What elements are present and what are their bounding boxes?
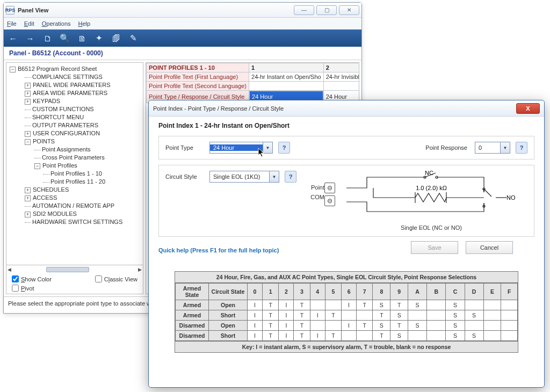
collapse-icon[interactable]: −: [10, 67, 16, 72]
tree-item[interactable]: Point Profiles 1 - 10: [8, 170, 142, 178]
grid-row-header[interactable]: Point Profile Text (First Language): [147, 72, 249, 82]
dialog-titlebar: Point Index - Point Type / Response / Ci…: [149, 100, 544, 117]
tree-item[interactable]: AUTOMATION / REMOTE APP: [8, 202, 142, 210]
tree-item[interactable]: +SDI2 MODULES: [8, 210, 142, 218]
tree-item[interactable]: −POINTS: [8, 137, 142, 146]
point-type-label: Point Type: [165, 144, 204, 151]
cancel-button[interactable]: Cancel: [466, 241, 513, 254]
chevron-down-icon: ▼: [269, 171, 279, 182]
point-type-select[interactable]: 24 Hour ▼: [209, 142, 273, 154]
expand-icon[interactable]: +: [25, 99, 31, 105]
minimize-button[interactable]: —: [294, 5, 314, 15]
response-table-caption: 24 Hour, Fire, Gas, and AUX AC Point Typ…: [175, 272, 518, 283]
menu-edit[interactable]: Edit: [24, 20, 34, 27]
collapse-icon[interactable]: −: [34, 163, 40, 169]
menubar: File Edit Operations Help: [4, 18, 361, 30]
point-index-dialog: Point Index - Point Type / Response / Ci…: [148, 100, 545, 388]
pivot-checkbox[interactable]: Pivot: [12, 285, 34, 292]
back-icon[interactable]: ←: [7, 32, 19, 44]
show-color-checkbox[interactable]: Show Color: [12, 275, 52, 282]
quick-help-link[interactable]: Quick help (Press F1 for the full help t…: [158, 247, 279, 253]
expand-icon[interactable]: +: [25, 131, 31, 137]
svg-text:NC: NC: [425, 171, 433, 176]
grid-cell[interactable]: 24-hr Invisible/Si: [323, 72, 359, 82]
expand-icon[interactable]: +: [25, 212, 31, 217]
toolbar: ← → 🗋 🔍 🗎 ✦ 🗐 ✎: [4, 30, 361, 47]
close-button[interactable]: ✕: [339, 5, 359, 15]
tree-item[interactable]: +KEYPADS: [8, 97, 142, 105]
diagram-caption: Single EOL (NC or NO): [335, 224, 527, 231]
chevron-down-icon: ▼: [263, 142, 272, 153]
expand-icon[interactable]: +: [25, 83, 31, 89]
point-profiles-grid[interactable]: POINT PROFILES 1 - 1012Point Profile Tex…: [146, 63, 359, 103]
tree-item[interactable]: Point Assignments: [8, 146, 142, 154]
chevron-down-icon: ▼: [500, 142, 510, 153]
expand-icon[interactable]: +: [25, 91, 31, 97]
tree-item[interactable]: COMPLIANCE SETTINGS: [8, 73, 142, 81]
window-title: Panel View: [18, 7, 48, 13]
tree-item[interactable]: CUSTOM FUNCTIONS: [8, 105, 142, 113]
report-icon[interactable]: 🗐: [110, 32, 122, 44]
svg-text:NO: NO: [506, 194, 516, 201]
tree-item[interactable]: −Point Profiles: [8, 162, 142, 170]
point-type-response-group: Point Type 24 Hour ▼ ? Point Response 0 …: [158, 136, 534, 159]
grid-column-header[interactable]: POINT PROFILES 1 - 10: [147, 63, 249, 72]
grid-cell[interactable]: [249, 82, 324, 91]
classic-view-checkbox[interactable]: Classic View: [95, 275, 138, 282]
tree-item[interactable]: OUTPUT PARAMETERS: [8, 121, 142, 129]
tree-item[interactable]: Cross Point Parameters: [8, 154, 142, 162]
grid-cell[interactable]: [323, 82, 359, 91]
tree-item[interactable]: SHORTCUT MENU: [8, 113, 142, 121]
app-icon: RPS: [6, 6, 15, 14]
grid-column-header[interactable]: 2: [323, 63, 359, 72]
nav-tree[interactable]: −B6512 Program Record SheetCOMPLIANCE SE…: [6, 63, 143, 265]
point-response-select[interactable]: 0 ▼: [475, 142, 510, 154]
circuit-style-group: Circuit Style Single EOL (1KΩ) ▼ ? Point…: [158, 165, 534, 237]
help-icon[interactable]: ?: [285, 171, 296, 183]
circuit-style-select[interactable]: Single EOL (1KΩ) ▼: [209, 171, 279, 183]
tree-item[interactable]: +PANEL WIDE PARAMETERS: [8, 81, 142, 89]
expand-icon[interactable]: +: [25, 187, 31, 193]
terminal-com-label: COM: [304, 194, 324, 200]
titlebar: RPS Panel View — ▢ ✕: [4, 3, 361, 18]
expand-icon[interactable]: +: [25, 195, 31, 201]
terminal-point-label: Point: [304, 184, 324, 191]
forward-icon[interactable]: →: [24, 32, 36, 44]
search-icon[interactable]: 🔍: [59, 32, 70, 44]
maximize-button[interactable]: ▢: [316, 5, 337, 15]
tree-item[interactable]: +SCHEDULES: [8, 186, 142, 194]
grid-row-header[interactable]: Point Profile Text (Second Language): [147, 82, 249, 91]
save-button[interactable]: Save: [411, 241, 458, 254]
preview-icon[interactable]: 🗋: [41, 32, 53, 44]
nav-tree-pane: −B6512 Program Record SheetCOMPLIANCE SE…: [6, 62, 143, 294]
tree-item[interactable]: Point Profiles 11 - 20: [8, 178, 142, 186]
edit-icon[interactable]: ✎: [127, 32, 139, 44]
menu-file[interactable]: File: [7, 20, 17, 27]
tree-item[interactable]: +AREA WIDE PARAMETERS: [8, 89, 142, 97]
dialog-close-button[interactable]: X: [516, 103, 540, 114]
tree-item[interactable]: +ACCESS: [8, 194, 142, 202]
lock-page-icon[interactable]: 🗎: [76, 32, 88, 44]
terminal-com-icon: ⊖: [324, 195, 335, 206]
help-icon[interactable]: ?: [516, 142, 527, 154]
terminal-point-icon: ⊖: [324, 183, 335, 193]
dialog-heading: Point Index 1 - 24-hr Instant on Open/Sh…: [158, 122, 534, 129]
circuit-diagram: NC NO 1.0 (2.0) kΩ Single EOL (NC or NO): [335, 171, 527, 231]
tree-item[interactable]: +USER CONFIGURATION: [8, 129, 142, 137]
panel-header: Panel - B6512 (Account - 0000): [4, 47, 361, 60]
menu-operations[interactable]: Operations: [42, 20, 71, 27]
puzzle-icon[interactable]: ✦: [93, 32, 105, 44]
grid-cell[interactable]: 24-hr Instant on Open/Sho: [249, 72, 324, 82]
svg-text:1.0 (2.0) kΩ: 1.0 (2.0) kΩ: [416, 185, 447, 191]
help-icon[interactable]: ?: [278, 142, 290, 154]
tree-h-scrollbar[interactable]: [6, 265, 143, 273]
grid-column-header[interactable]: 1: [249, 63, 324, 72]
response-table-key: Key: I = instant alarm, S = supervisory …: [175, 341, 518, 352]
response-table: 24 Hour, Fire, Gas, and AUX AC Point Typ…: [175, 271, 518, 353]
dialog-title: Point Index - Point Type / Response / Ci…: [153, 105, 284, 112]
menu-help[interactable]: Help: [78, 20, 91, 27]
tree-item[interactable]: HARDWARE SWITCH SETTINGS: [8, 218, 142, 226]
circuit-style-label: Circuit Style: [165, 173, 204, 180]
collapse-icon[interactable]: −: [25, 139, 31, 145]
point-response-label: Point Response: [425, 144, 467, 151]
